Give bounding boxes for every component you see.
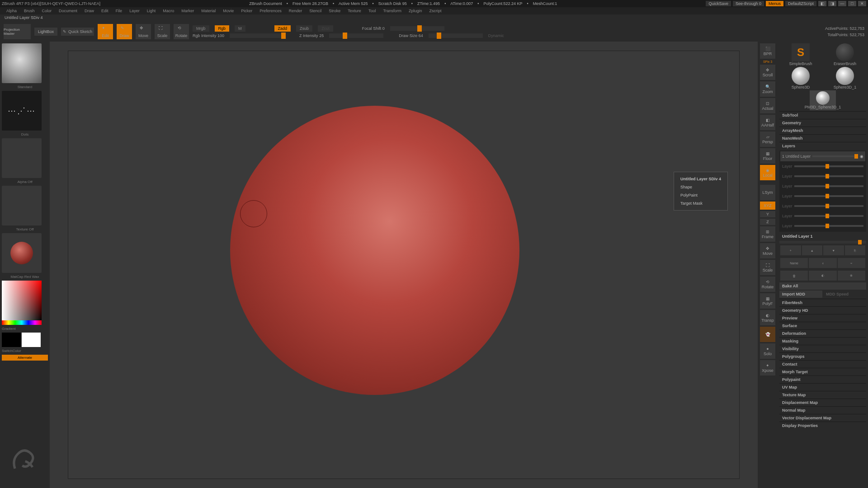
m-button[interactable]: M xyxy=(235,25,245,32)
layer-row[interactable]: Layer xyxy=(780,201,865,211)
menu-draw[interactable]: Draw xyxy=(81,8,98,14)
layer-intensity-slider[interactable] xyxy=(812,155,858,157)
zsub-button[interactable]: Zsub xyxy=(296,25,312,32)
section-geometry-hd[interactable]: Geometry HD xyxy=(779,306,866,314)
mdd-speed-button[interactable]: MDD Speed xyxy=(823,291,866,298)
section-arraymesh[interactable]: ArrayMesh xyxy=(779,127,866,134)
layer-row[interactable]: Layer xyxy=(780,221,865,231)
menu-document[interactable]: Document xyxy=(55,8,81,14)
menu-alpha[interactable]: Alpha xyxy=(3,8,20,14)
y-button[interactable]: Y xyxy=(760,211,775,217)
transp-button[interactable]: ◐Transp xyxy=(760,310,775,325)
actual-button[interactable]: ⊡Actual xyxy=(760,98,775,113)
layer-row[interactable]: Layer xyxy=(780,161,865,171)
stroke-thumbnail[interactable]: ⋯⋰⋯ xyxy=(2,91,42,131)
section-morph-target[interactable]: Morph Target xyxy=(779,368,866,375)
menu-render[interactable]: Render xyxy=(285,8,306,14)
zadd-button[interactable]: Zadd xyxy=(274,25,291,32)
zcut-button[interactable]: Zcut xyxy=(318,25,333,32)
section-uv-map[interactable]: UV Map xyxy=(779,383,866,391)
floor-button[interactable]: ▦Floor xyxy=(760,148,775,164)
tool-simplebrush[interactable]: SSimpleBrush xyxy=(788,43,814,66)
layer-merge-button[interactable]: ⫟ xyxy=(838,258,865,268)
draw-button[interactable]: ✎Draw xyxy=(117,24,132,39)
popup-targetmask[interactable]: Target Mask xyxy=(677,199,725,207)
expand2-icon[interactable]: ◨ xyxy=(828,1,836,6)
alpha-thumbnail[interactable] xyxy=(2,138,42,178)
menu-tool[interactable]: Tool xyxy=(365,8,380,14)
layer-rec-icon[interactable]: ◉ xyxy=(860,154,863,159)
layer-x-button[interactable]: ⊗ xyxy=(838,271,865,281)
layer-dup-button[interactable]: ⎘ xyxy=(845,245,866,255)
menu-stroke[interactable]: Stroke xyxy=(325,8,344,14)
quick-sketch-button[interactable]: ✎ Quick Sketch xyxy=(61,28,94,36)
focal-shift-slider[interactable] xyxy=(390,26,444,31)
move-button[interactable]: ✥Move xyxy=(136,24,151,39)
bake-all-button[interactable]: Bake All xyxy=(779,282,866,290)
layer-split-button[interactable]: ⫞ xyxy=(809,258,836,268)
layer-row[interactable]: Layer xyxy=(780,171,865,181)
section-visibility[interactable]: Visibility xyxy=(779,345,866,352)
viewport[interactable] xyxy=(50,42,758,488)
scroll-button[interactable]: ✥Scroll xyxy=(760,65,775,80)
menu-macro[interactable]: Macro xyxy=(159,8,178,14)
layer-opacity-slider[interactable] xyxy=(858,240,862,244)
menu-brush[interactable]: Brush xyxy=(20,8,38,14)
menu-edit[interactable]: Edit xyxy=(98,8,112,14)
material-thumbnail[interactable] xyxy=(2,233,42,273)
vpmove-button[interactable]: ✥Move xyxy=(760,243,775,258)
tool-sphere3d1[interactable]: Sphere3D_1 xyxy=(832,67,858,89)
layer-new-button[interactable]: + xyxy=(780,245,801,255)
rgb-intensity-slider[interactable] xyxy=(230,33,284,38)
xyz-button[interactable]: XYZ xyxy=(760,202,775,210)
section-fibermesh[interactable]: FiberMesh xyxy=(779,299,866,306)
tool-pm3d[interactable]: PM3D_Sphere3D_1 xyxy=(810,90,836,110)
section-deformation[interactable]: Deformation xyxy=(779,329,866,337)
menu-marker[interactable]: Marker xyxy=(178,8,198,14)
rgb-button[interactable]: Rgb xyxy=(215,25,230,32)
menu-layer[interactable]: Layer xyxy=(126,8,143,14)
color-picker[interactable] xyxy=(2,281,48,325)
tool-eraserbrush[interactable]: EraserBrush xyxy=(832,43,858,66)
section-nanomesh[interactable]: NanoMesh xyxy=(779,134,866,142)
sphere-mesh[interactable] xyxy=(230,106,519,395)
spix-label[interactable]: SPix 3 xyxy=(763,60,772,63)
layer-row[interactable]: Layer xyxy=(780,211,865,221)
swatch-black[interactable] xyxy=(2,333,21,347)
zoom-button[interactable]: 🔍Zoom xyxy=(760,81,775,97)
lsym-button[interactable]: LSym xyxy=(760,185,775,200)
menu-stencil[interactable]: Stencil xyxy=(306,8,325,14)
menu-zplugin[interactable]: Zplugin xyxy=(405,8,426,14)
section-contact[interactable]: Contact xyxy=(779,360,866,368)
expand-icon[interactable]: ◧ xyxy=(818,1,826,6)
section-masking[interactable]: Masking xyxy=(779,337,866,345)
menus-button[interactable]: Menus xyxy=(766,1,783,6)
layer-down-button[interactable]: ▼ xyxy=(823,245,844,255)
texture-thumbnail[interactable] xyxy=(2,186,42,225)
scale-button[interactable]: ⛶Scale xyxy=(155,24,170,39)
popup-shape[interactable]: Shape xyxy=(677,183,725,191)
seethrough-slider[interactable]: See-through 0 xyxy=(733,1,764,6)
alternate-button[interactable]: Alternate xyxy=(2,355,48,361)
projection-master-button[interactable]: Projection Master xyxy=(4,24,31,39)
menu-preferences[interactable]: Preferences xyxy=(256,8,285,14)
vpscale-button[interactable]: ⛶Scale xyxy=(760,260,775,275)
hue-slider[interactable] xyxy=(2,320,42,325)
section-texture-map[interactable]: Texture Map xyxy=(779,391,866,399)
mrgb-button[interactable]: Mrgb xyxy=(193,25,209,32)
menu-light[interactable]: Light xyxy=(143,8,160,14)
layer-del-button[interactable]: 🗑 xyxy=(780,271,808,281)
edit-button[interactable]: ✦Edit xyxy=(98,24,113,39)
z-button[interactable]: Z xyxy=(760,219,775,225)
section-displacement-map[interactable]: Displacement Map xyxy=(779,399,866,406)
layer-invert-button[interactable]: ◐ xyxy=(809,271,836,281)
popup-polypaint[interactable]: PolyPaint xyxy=(677,191,725,199)
default-zscript-button[interactable]: DefaultZScript xyxy=(785,1,816,6)
vprotate-button[interactable]: ⟲Rotate xyxy=(760,277,775,292)
layer-row[interactable]: Layer xyxy=(780,191,865,201)
maximize-icon[interactable]: □ xyxy=(848,1,856,6)
menu-color[interactable]: Color xyxy=(38,8,56,14)
bpr-button[interactable]: ⬛BPR xyxy=(760,43,775,59)
section-geometry[interactable]: Geometry xyxy=(779,119,866,127)
ghost-button[interactable]: 👻 xyxy=(760,327,775,342)
